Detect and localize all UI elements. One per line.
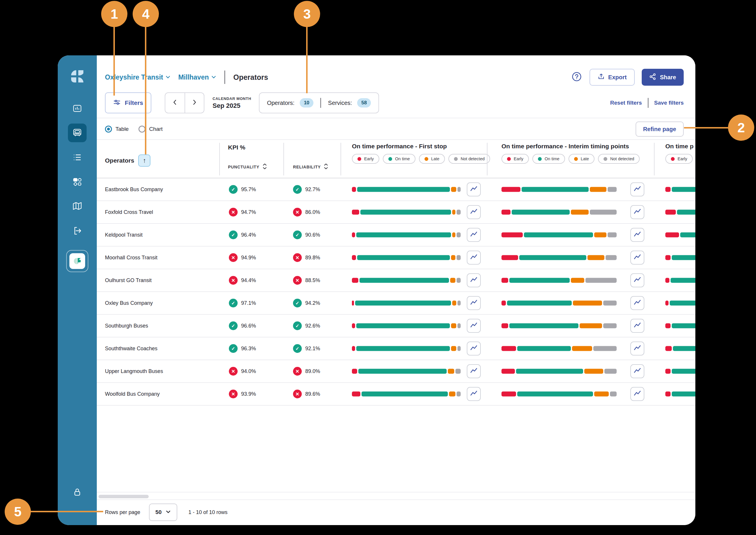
bar-segment [672,369,695,374]
legend-chip-early[interactable]: Early [352,154,379,164]
filters-button[interactable]: Filters [105,92,151,113]
sidebar-lock[interactable] [58,487,97,498]
table-row[interactable]: Moorhall Cross Transit✕94.9%✕89.8% [97,246,695,269]
table-row[interactable]: Oxley Bus Company✓97.1%✓94.2% [97,292,695,315]
sidebar-item-components[interactable] [68,173,87,191]
legend-chip-label: On time [395,156,410,161]
reliability-column-header[interactable]: RELIABILITY [293,163,328,170]
operators-count-label: Operators: [267,100,295,106]
export-button[interactable]: Export [590,69,635,86]
sidebar-item-operators[interactable] [68,124,87,142]
sidebar-item-map[interactable] [68,197,87,216]
legend-chip-on-time[interactable]: On time [532,154,565,164]
rows-per-page-select[interactable]: 50 [149,503,177,521]
refine-page-button[interactable]: Refine page [636,122,684,137]
breadcrumb-area[interactable]: Millhaven [178,73,216,81]
table-row[interactable]: Souththwaite Coaches✓96.3%✓92.1% [97,337,695,360]
trend-button[interactable] [467,364,481,378]
legend-chip-early[interactable]: Early [502,154,529,164]
trend-button[interactable] [467,228,481,242]
operators-column-header[interactable]: Operators [105,157,134,164]
sidebar-item-services-list[interactable] [68,148,87,167]
trend-button[interactable] [467,342,481,355]
trend-button[interactable] [630,319,644,333]
trend-button[interactable] [630,296,644,310]
previous-month-button[interactable] [165,93,185,113]
reset-filters-link[interactable]: Reset filters [610,100,642,106]
punctuality-cell: ✕94.0% [229,367,256,376]
otp-final-bar [665,187,695,192]
table-row[interactable]: Upper Langmouth Buses✕94.0%✕89.0% [97,360,695,383]
legend-chip-early[interactable]: Early [665,154,693,164]
otp-interim-bar [502,278,617,283]
trend-button[interactable] [630,183,644,196]
share-button[interactable]: Share [642,69,684,86]
sparkline-icon [470,367,478,376]
punctuality-cell: ✓96.4% [229,231,256,239]
table-row[interactable]: Oulhurst GO Transit✕94.4%✕88.5% [97,269,695,292]
bar-segment [608,233,617,238]
sidebar-item-app-badge[interactable] [66,250,88,272]
trend-button[interactable] [467,319,481,333]
trend-button[interactable] [630,387,644,401]
trend-button[interactable] [467,183,481,196]
trend-button[interactable] [467,387,481,401]
pass-check-icon: ✓ [229,231,238,239]
sidebar-item-logout[interactable] [68,221,87,240]
horizontal-scrollbar-thumb[interactable] [99,495,149,498]
trend-button[interactable] [630,342,644,355]
table-view-label: Table [115,126,129,132]
reliability-cell: ✕89.8% [293,253,320,262]
reliability-cell: ✕89.6% [293,390,320,398]
punctuality-cell: ✓97.1% [229,299,256,307]
otp-final-title: On time p [665,143,694,150]
trend-button[interactable] [630,364,644,378]
otp-final-bar [665,392,695,397]
sidebar [58,55,97,525]
table-view-radio[interactable]: Table [105,126,129,132]
sparkline-icon [470,208,478,217]
bar-segment [672,255,695,260]
otp-final-bar [665,255,695,260]
table-row[interactable]: Woolfold Bus Company✕93.9%✕89.6% [97,383,695,406]
trend-button[interactable] [630,251,644,265]
calendar-month-block: CALENDAR MONTH Sep 2025 [213,97,251,110]
legend-dot-icon [603,157,607,161]
bar-segment [455,369,461,374]
help-button[interactable] [571,71,583,83]
punctuality-value: 96.4% [241,232,256,238]
operator-name: Upper Langmouth Buses [105,368,163,375]
trend-button[interactable] [467,273,481,287]
bar-segment [672,392,695,397]
legend-chip-not-detected[interactable]: Not detected [449,154,490,164]
save-filters-link[interactable]: Save filters [654,100,684,106]
legend-chip-late[interactable]: Late [419,154,445,164]
trend-button[interactable] [630,273,644,287]
bar-segment [352,324,355,328]
legend-dot-icon [358,157,361,161]
table-row[interactable]: Foxfold Cross Travel✕94.7%✕86.0% [97,201,695,224]
trend-button[interactable] [630,228,644,242]
punctuality-column-header[interactable]: PUNCTUALITY [228,163,267,170]
trend-button[interactable] [467,205,481,219]
legend-chip-on-time[interactable]: On time [383,154,416,164]
callout-badge-1: 1 [101,1,128,27]
operator-name: Souththwaite Coaches [105,346,158,352]
scope-counts[interactable]: Operators: 10 Services: 58 [259,92,379,113]
punctuality-cell: ✕94.7% [229,208,256,216]
sort-ascending-badge[interactable]: ↑ [138,155,150,167]
table-row[interactable]: Southburgh Buses✓96.6%✓92.6% [97,315,695,337]
legend-chip-late[interactable]: Late [568,154,595,164]
otp-first-stop-bar [352,255,461,260]
legend-chip-not-detected[interactable]: Not detected [598,154,640,164]
next-month-button[interactable] [185,93,204,113]
table-row[interactable]: Keldpool Transit✓96.4%✓90.6% [97,224,695,246]
bar-segment [502,301,506,306]
trend-button[interactable] [467,251,481,265]
chart-view-radio[interactable]: Chart [138,126,162,132]
trend-button[interactable] [630,205,644,219]
table-row[interactable]: Eastbrook Bus Company✓95.7%✓92.7% [97,178,695,201]
reliability-cell: ✓92.7% [293,185,320,194]
sidebar-item-dashboard[interactable] [68,99,87,118]
trend-button[interactable] [467,296,481,310]
